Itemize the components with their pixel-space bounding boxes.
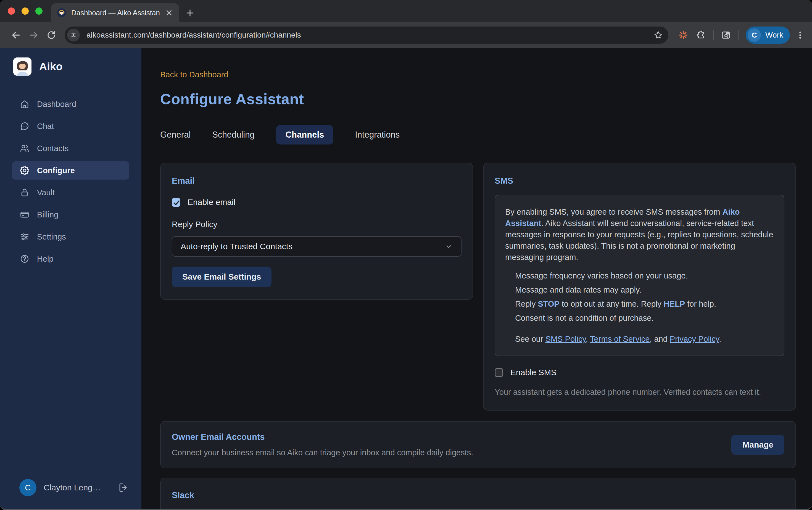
profile-label: Work [765,31,783,39]
sidebar-item-label: Dashboard [37,100,76,109]
user-name: Clayton Lengel… [44,483,105,492]
window-controls [0,0,51,22]
sidebar-item-label: Settings [37,232,66,242]
browser-menu-icon[interactable] [795,30,805,40]
save-email-settings-button[interactable]: Save Email Settings [172,266,271,287]
sidebar-item-contacts[interactable]: Contacts [12,139,129,158]
site-settings-icon[interactable] [67,29,80,41]
browser-tabstrip: Dashboard — Aiko Assistant [0,0,812,22]
back-to-dashboard-link[interactable]: Back to Dashboard [160,70,228,79]
help-circle-icon [20,254,29,263]
url-text[interactable]: aikoassistant.com/dashboard/assistant/co… [86,31,654,39]
sidebar-item-label: Contacts [37,144,68,153]
sms-consent-line: Message frequency varies based on your u… [515,271,774,281]
sms-consent-line: Reply STOP to opt out at any time. Reply… [515,299,774,309]
extensions-puzzle-icon[interactable] [696,30,706,40]
enable-sms-row[interactable]: Enable SMS [495,368,784,377]
manage-button[interactable]: Manage [731,435,784,455]
enable-email-row[interactable]: Enable email [172,198,462,207]
sidebar-item-label: Chat [37,122,54,131]
page-title: Configure Assistant [160,90,796,108]
sms-consent-line: Consent is not a condition of purchase. [515,313,774,323]
tab-scheduling[interactable]: Scheduling [212,125,254,144]
gear-icon [20,166,29,175]
new-tab-button[interactable] [185,8,195,18]
sidebar-item-label: Configure [37,166,75,175]
user-avatar: C [19,479,36,496]
back-icon[interactable] [11,30,21,40]
url-bar[interactable]: aikoassistant.com/dashboard/assistant/co… [65,27,668,44]
extension-starburst-icon[interactable] [678,30,688,40]
tab-integrations[interactable]: Integrations [355,125,400,144]
slack-card: Slack Connect your Slack workspace so yo… [160,478,796,509]
enable-email-label: Enable email [187,198,235,207]
side-panel-search-icon[interactable] [721,30,731,40]
profile-avatar: C [748,28,761,42]
browser-tab-active[interactable]: Dashboard — Aiko Assistant [51,3,179,22]
sidebar-nav: Dashboard Chat [0,95,141,268]
sidebar-item-label: Help [37,254,54,263]
reply-policy-select[interactable]: Auto-reply to Trusted Contacts [172,236,462,257]
owner-email-heading: Owner Email Accounts [172,432,473,442]
main-content: Back to Dashboard Configure Assistant Ge… [141,48,812,509]
sidebar-user[interactable]: C Clayton Lengel… [0,479,141,509]
sidebar-item-help[interactable]: Help [12,250,129,268]
enable-email-checkbox[interactable] [172,198,180,207]
policy-link[interactable]: SMS Policy [546,335,586,343]
toolbar-divider [713,30,714,40]
tab-favicon-icon [57,8,66,18]
sidebar-item-settings[interactable]: Settings [12,228,129,246]
bookmark-star-icon[interactable] [654,30,663,40]
sms-consent-lines: Message frequency varies based on your u… [505,271,774,344]
brand: Aiko [0,48,141,76]
sms-consent-paragraph: By enabling SMS, you agree to receive SM… [505,206,774,263]
reload-icon[interactable] [47,30,56,40]
owner-email-description: Connect your business email so Aiko can … [172,448,473,457]
toolbar-divider [738,30,738,40]
sidebar-item-label: Billing [37,210,58,219]
sidebar-item-vault[interactable]: Vault [12,183,129,202]
slack-heading: Slack [172,490,784,500]
slack-description: Connect your Slack workspace so your ass… [172,509,784,509]
browser-window: Dashboard — Aiko Assistant [0,0,812,510]
sms-helper-text: Your assistant gets a dedicated phone nu… [495,388,784,397]
sms-consent-line: Message and data rates may apply. [515,285,774,295]
sidebar-item-dashboard[interactable]: Dashboard [12,95,129,113]
policy-link[interactable]: Privacy Policy [670,335,719,343]
email-card-heading: Email [172,176,462,186]
minimize-window-button[interactable] [22,7,29,15]
sidebar-item-chat[interactable]: Chat [12,117,129,135]
lock-icon [20,188,29,197]
reply-policy-value: Auto-reply to Trusted Contacts [181,242,292,251]
zoom-window-button[interactable] [35,7,42,15]
sidebar-item-configure[interactable]: Configure [12,161,129,179]
forward-icon[interactable] [29,30,39,40]
owner-email-text: Owner Email Accounts Connect your busine… [172,432,473,457]
sidebar-item-billing[interactable]: Billing [12,205,129,224]
contacts-users-icon [20,144,29,153]
sms-policy-links-line: See our SMS Policy, Terms of Service, an… [515,334,774,344]
email-card: Email Enable email Reply Policy Auto-rep… [160,163,473,300]
owner-email-accounts-card: Owner Email Accounts Connect your busine… [160,421,796,468]
sms-card-heading: SMS [495,176,784,186]
app-name: Aiko [39,60,63,73]
chevron-down-icon [445,243,453,250]
app-body: Aiko Dashboard [0,48,812,509]
tab-channels[interactable]: Channels [276,125,334,144]
policy-link[interactable]: Terms of Service [590,335,649,343]
sidebar-item-label: Vault [37,188,55,197]
tab-general[interactable]: General [160,125,191,144]
chat-bubble-icon [20,121,29,131]
logout-icon[interactable] [118,483,128,492]
config-tabs: General Scheduling Channels Integrations [160,125,796,144]
home-icon [20,100,29,109]
aiko-avatar [13,57,31,76]
tab-close-icon[interactable] [165,8,173,17]
credit-card-icon [20,210,29,219]
close-window-button[interactable] [8,7,15,15]
tab-title: Dashboard — Aiko Assistant [71,8,160,17]
enable-sms-checkbox[interactable] [495,368,503,377]
browser-profile-chip[interactable]: C Work [746,27,790,44]
reply-policy-label: Reply Policy [172,220,462,229]
sliders-icon [20,232,29,242]
